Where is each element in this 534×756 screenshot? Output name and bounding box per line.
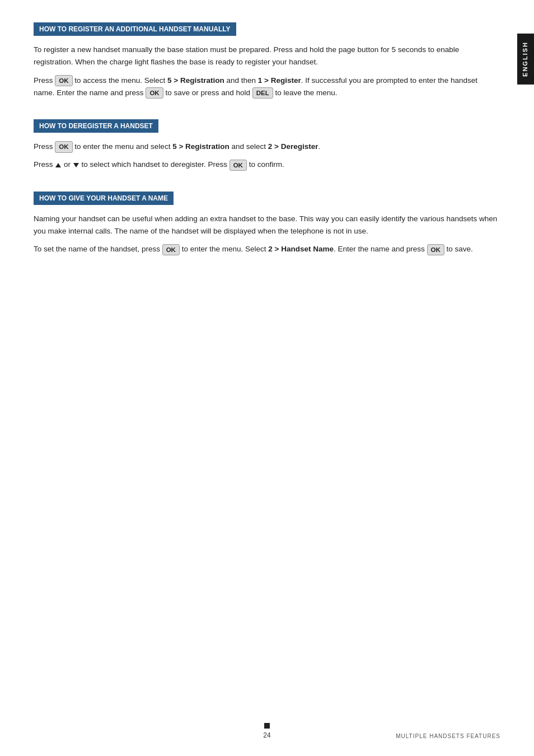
footer-right-label: MULTIPLE HANDSETS FEATURES: [396, 733, 500, 739]
arrow-up-icon: [55, 163, 61, 167]
ok-button-6: OK: [427, 244, 444, 255]
deregister-para-1: Press OK to enter the menu and select 5 …: [34, 141, 500, 153]
ok-button-3: OK: [55, 141, 72, 152]
section-deregister: HOW TO DEREGISTER A HANDSET Press OK to …: [34, 119, 500, 171]
section-name-header: HOW TO GIVE YOUR HANDSET A NAME: [34, 192, 174, 205]
del-button-1: DEL: [252, 87, 273, 99]
ok-button-2: OK: [146, 87, 163, 99]
register-para-1: To register a new handset manually the b…: [34, 44, 500, 69]
register-para-2: Press OK to access the menu. Select 5 > …: [34, 74, 500, 100]
ok-button-4: OK: [229, 160, 247, 171]
page-number: 24: [263, 731, 270, 739]
section-handset-name: HOW TO GIVE YOUR HANDSET A NAME Naming y…: [34, 192, 500, 256]
section-register-header: HOW TO REGISTER AN ADDITIONAL HANDSET MA…: [34, 22, 236, 36]
page-wrapper: ENGLISH HOW TO REGISTER AN ADDITIONAL HA…: [0, 0, 534, 756]
deregister-para-2: Press or to select which handset to dere…: [34, 158, 500, 171]
section-register: HOW TO REGISTER AN ADDITIONAL HANDSET MA…: [34, 22, 500, 99]
ok-button-1: OK: [55, 75, 72, 86]
arrow-down-icon: [73, 163, 79, 167]
ok-button-5: OK: [162, 244, 180, 255]
section-deregister-header: HOW TO DEREGISTER A HANDSET: [34, 119, 158, 133]
name-para-2: To set the name of the handset, press OK…: [34, 243, 500, 255]
side-tab-label: ENGLISH: [522, 41, 528, 77]
square-icon: [264, 723, 270, 729]
side-tab-english: ENGLISH: [517, 34, 534, 85]
name-para-1: Naming your handset can be useful when a…: [34, 213, 500, 238]
